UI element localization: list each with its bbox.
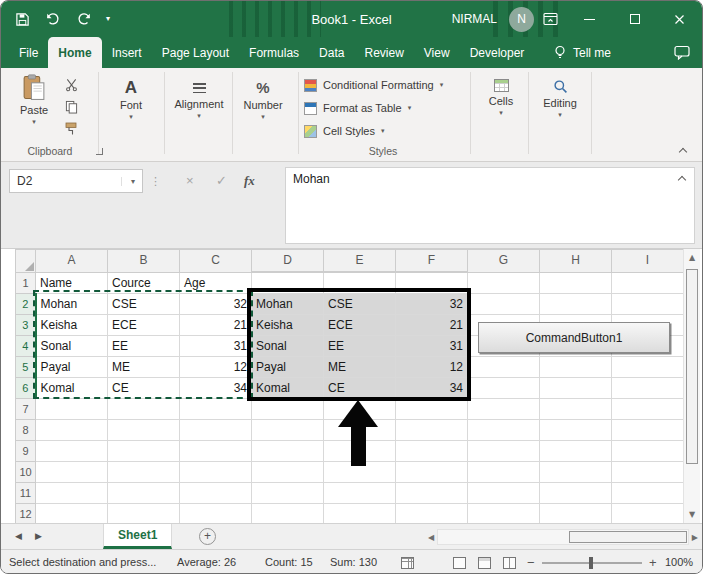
zoom-in-button[interactable]: + (649, 555, 657, 570)
editing-menu-button[interactable]: Editing ▾ (535, 79, 585, 119)
tell-me-box[interactable]: Tell me (553, 37, 611, 68)
column-header-B[interactable]: B (108, 250, 180, 273)
cell-D8[interactable] (252, 419, 324, 440)
tab-review[interactable]: Review (354, 37, 413, 68)
zoom-out-button[interactable]: − (527, 555, 535, 570)
cell-G7[interactable] (468, 398, 540, 419)
column-header-F[interactable]: F (396, 250, 468, 273)
cell-F4[interactable]: 31 (396, 335, 468, 356)
cell-H10[interactable] (540, 461, 612, 482)
select-all-button[interactable] (16, 250, 36, 273)
column-header-E[interactable]: E (324, 250, 396, 273)
cell-I7[interactable] (612, 398, 684, 419)
collapse-ribbon-button[interactable] (675, 143, 691, 157)
cell-I5[interactable] (612, 356, 684, 377)
formula-bar-collapse-button[interactable] (675, 172, 689, 184)
cell-A6[interactable]: Komal (36, 377, 108, 398)
cell-C3[interactable]: 21 (180, 314, 252, 335)
cell-I2[interactable] (612, 293, 684, 314)
font-menu-button[interactable]: A Font ▾ (105, 79, 157, 121)
column-header-G[interactable]: G (468, 250, 540, 273)
cell-B5[interactable]: ME (108, 356, 180, 377)
name-box[interactable]: D2 ▾ (9, 169, 143, 193)
cell-D10[interactable] (252, 461, 324, 482)
cell-B7[interactable] (108, 398, 180, 419)
cell-B2[interactable]: CSE (108, 293, 180, 314)
styles-button-conditional-formatting[interactable]: Conditional Formatting▾ (304, 75, 443, 95)
add-sheet-button[interactable]: + (199, 528, 216, 545)
cell-B11[interactable] (108, 482, 180, 503)
cell-C4[interactable]: 31 (180, 335, 252, 356)
tab-view[interactable]: View (414, 37, 460, 68)
account-name[interactable]: NIRMAL (452, 12, 497, 26)
cell-G11[interactable] (468, 482, 540, 503)
close-button[interactable] (657, 1, 702, 37)
cell-C2[interactable]: 32 (180, 293, 252, 314)
horizontal-scrollbar-thumb[interactable] (569, 531, 687, 543)
row-header-1[interactable]: 1 (16, 272, 36, 293)
maximize-button[interactable] (612, 1, 657, 37)
cell-G2[interactable] (468, 293, 540, 314)
cell-F12[interactable] (396, 503, 468, 523)
cell-E6[interactable]: CE (324, 377, 396, 398)
cell-F8[interactable] (396, 419, 468, 440)
cell-E3[interactable]: ECE (324, 314, 396, 335)
cell-E2[interactable]: CSE (324, 293, 396, 314)
avatar[interactable]: N (509, 7, 534, 32)
cell-H5[interactable] (540, 356, 612, 377)
cell-F6[interactable]: 34 (396, 377, 468, 398)
styles-button-format-as-table[interactable]: Format as Table▾ (304, 98, 443, 118)
cell-A9[interactable] (36, 440, 108, 461)
row-header-5[interactable]: 5 (16, 356, 36, 377)
cell-F2[interactable]: 32 (396, 293, 468, 314)
cell-A5[interactable]: Payal (36, 356, 108, 377)
row-header-6[interactable]: 6 (16, 377, 36, 398)
copy-button[interactable] (61, 99, 81, 115)
cell-G1[interactable] (468, 272, 540, 293)
cell-F1[interactable] (396, 272, 468, 293)
cell-A2[interactable]: Mohan (36, 293, 108, 314)
vertical-scrollbar[interactable]: ▲ ▼ (683, 249, 700, 523)
cell-A7[interactable] (36, 398, 108, 419)
cell-E12[interactable] (324, 503, 396, 523)
cell-H12[interactable] (540, 503, 612, 523)
cell-C8[interactable] (180, 419, 252, 440)
cell-C1[interactable]: Age (180, 272, 252, 293)
cell-I8[interactable] (612, 419, 684, 440)
cell-C5[interactable]: 12 (180, 356, 252, 377)
cell-I12[interactable] (612, 503, 684, 523)
sheet-tab-sheet1[interactable]: Sheet1 (103, 524, 172, 549)
cell-F5[interactable]: 12 (396, 356, 468, 377)
cell-C7[interactable] (180, 398, 252, 419)
cell-C10[interactable] (180, 461, 252, 482)
tab-page-layout[interactable]: Page Layout (152, 37, 239, 68)
cell-D3[interactable]: Keisha (252, 314, 324, 335)
cell-B12[interactable] (108, 503, 180, 523)
formula-input[interactable]: Mohan (285, 167, 695, 244)
format-painter-button[interactable] (61, 121, 81, 137)
normal-view-icon[interactable] (453, 557, 466, 569)
cell-D1[interactable] (252, 272, 324, 293)
cell-F10[interactable] (396, 461, 468, 482)
cell-G9[interactable] (468, 440, 540, 461)
cell-F7[interactable] (396, 398, 468, 419)
row-header-9[interactable]: 9 (16, 440, 36, 461)
cell-G10[interactable] (468, 461, 540, 482)
column-header-C[interactable]: C (180, 250, 252, 273)
cell-F3[interactable]: 21 (396, 314, 468, 335)
cell-E4[interactable]: EE (324, 335, 396, 356)
tab-data[interactable]: Data (309, 37, 354, 68)
tab-home[interactable]: Home (48, 37, 101, 68)
cell-A12[interactable] (36, 503, 108, 523)
cell-A1[interactable]: Name (36, 272, 108, 293)
cell-I9[interactable] (612, 440, 684, 461)
cell-C6[interactable]: 34 (180, 377, 252, 398)
clipboard-dialog-launcher[interactable] (96, 148, 103, 155)
scroll-down-icon[interactable]: ▼ (684, 510, 700, 519)
cell-A10[interactable] (36, 461, 108, 482)
cancel-icon[interactable]: × (186, 173, 194, 188)
row-header-10[interactable]: 10 (16, 461, 36, 482)
cell-G8[interactable] (468, 419, 540, 440)
cell-B8[interactable] (108, 419, 180, 440)
ribbon-display-options-button[interactable] (543, 12, 558, 30)
